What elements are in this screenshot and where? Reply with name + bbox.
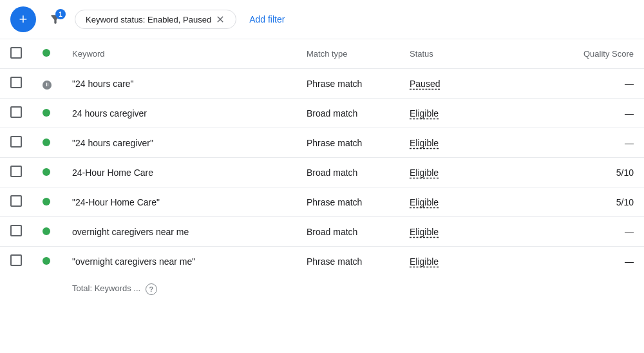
row-checkbox-cell [0,187,32,217]
total-help-icon[interactable]: ? [146,283,157,295]
row-quality-score: — [541,99,644,128]
row-status: Eligible [399,99,541,128]
total-check-cell [0,276,32,303]
header-quality-score: Quality Score [541,39,644,69]
row-checkbox-cell [0,217,32,247]
active-dot [43,198,50,205]
row-match-type: Phrase match [296,128,399,158]
row-dot-cell [32,99,62,128]
row-checkbox[interactable] [10,77,22,88]
status-link[interactable]: Eligible [410,138,439,148]
chip-close-icon [215,14,225,24]
row-checkbox[interactable] [10,195,22,207]
row-checkbox-cell [0,247,32,276]
table-header-row: Keyword Match type Status Quality Score [0,39,644,69]
row-keyword: 24 hours caregiver [62,99,296,128]
add-filter-button[interactable]: Add filter [244,10,290,28]
row-dot-cell [32,69,62,99]
row-checkbox[interactable] [10,166,22,177]
row-keyword: "24 hours care" [62,69,296,99]
row-checkbox-cell [0,128,32,158]
filter-badge: 1 [55,9,66,19]
row-keyword: "24 hours caregiver" [62,128,296,158]
header-keyword: Keyword [62,39,296,69]
active-dot [43,168,50,176]
header-dot-cell [32,39,62,69]
status-link[interactable]: Eligible [410,227,439,237]
row-dot-cell [32,158,62,187]
toolbar: + 1 Keyword status: Enabled, Paused Add … [0,0,644,39]
active-dot [43,138,50,146]
row-status: Eligible [399,187,541,217]
status-link[interactable]: Eligible [410,167,439,178]
row-checkbox[interactable] [10,225,22,236]
keywords-table: Keyword Match type Status Quality Score … [0,39,644,303]
row-dot-cell [32,187,62,217]
total-dot-cell [32,276,62,303]
total-row: Total: Keywords ... ? [0,276,644,303]
table-row: 24 hours caregiverBroad matchEligible— [0,99,644,128]
active-dot [43,109,50,117]
total-quality-cell [541,276,644,303]
filter-button-wrap: 1 [44,8,67,31]
total-label-cell: Total: Keywords ... ? [62,276,296,303]
row-checkbox[interactable] [10,254,22,266]
row-match-type: Phrase match [296,187,399,217]
status-link[interactable]: Eligible [410,108,439,119]
status-link[interactable]: Eligible [410,197,439,207]
table-row: overnight caregivers near meBroad matchE… [0,217,644,247]
table-row: 24-Hour Home CareBroad matchEligible5/10 [0,158,644,187]
row-keyword: "overnight caregivers near me" [62,247,296,276]
row-status: Eligible [399,128,541,158]
total-match-cell [296,276,399,303]
row-checkbox-cell [0,69,32,99]
row-quality-score: — [541,247,644,276]
table-row: "24-Hour Home Care"Phrase matchEligible5… [0,187,644,217]
select-all-checkbox[interactable] [10,47,22,59]
row-checkbox[interactable] [10,136,22,148]
row-quality-score: 5/10 [541,187,644,217]
row-keyword: "24-Hour Home Care" [62,187,296,217]
header-status-dot [43,49,50,57]
total-label: Total: Keywords ... [72,283,140,293]
row-match-type: Broad match [296,217,399,247]
row-status: Eligible [399,158,541,187]
row-dot-cell [32,247,62,276]
plus-icon: + [19,11,28,28]
row-dot-cell [32,217,62,247]
row-checkbox-cell [0,99,32,128]
status-link[interactable]: Paused [410,79,440,89]
row-keyword: 24-Hour Home Care [62,158,296,187]
pause-dot [43,81,52,90]
table-row: "overnight caregivers near me"Phrase mat… [0,247,644,276]
status-chip-label: Keyword status: Enabled, Paused [86,15,211,24]
row-keyword: overnight caregivers near me [62,217,296,247]
row-quality-score: — [541,69,644,99]
row-checkbox-cell [0,158,32,187]
row-quality-score: 5/10 [541,158,644,187]
row-checkbox[interactable] [10,106,22,118]
total-status-cell [399,276,541,303]
row-match-type: Phrase match [296,69,399,99]
row-match-type: Phrase match [296,247,399,276]
table-row: "24 hours care"Phrase matchPaused— [0,69,644,99]
row-status: Eligible [399,217,541,247]
add-button[interactable]: + [10,6,36,32]
header-match-type: Match type [296,39,399,69]
status-filter-chip[interactable]: Keyword status: Enabled, Paused [75,10,236,29]
row-dot-cell [32,128,62,158]
row-match-type: Broad match [296,158,399,187]
header-status: Status [399,39,541,69]
table-row: "24 hours caregiver"Phrase matchEligible… [0,128,644,158]
row-match-type: Broad match [296,99,399,128]
row-quality-score: — [541,128,644,158]
active-dot [43,227,50,235]
active-dot [43,257,50,265]
row-status: Eligible [399,247,541,276]
status-link[interactable]: Eligible [410,256,439,267]
row-quality-score: — [541,217,644,247]
row-status: Paused [399,69,541,99]
header-checkbox-cell [0,39,32,69]
